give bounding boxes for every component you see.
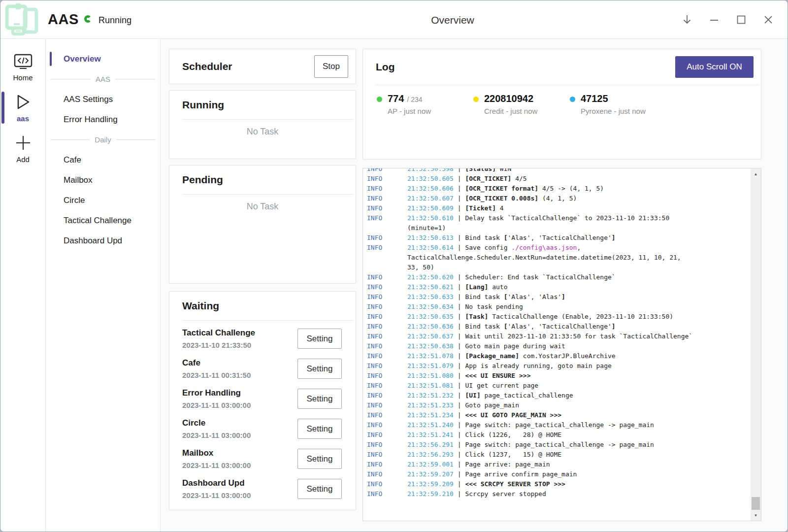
sidebar-item-cafe[interactable]: Cafe: [46, 150, 160, 170]
log-line: INFO21:32:50.634 | No task pending: [367, 302, 750, 312]
log-message: 21:32:51.240 | Page switch: page_tactica…: [407, 420, 747, 430]
scrollbar-thumb[interactable]: [752, 497, 760, 510]
resource-stat: 220810942Credit - just now: [473, 93, 570, 115]
log-scroll-area[interactable]: INFO21:32:50.598 | [Status] WININFO21:32…: [363, 168, 750, 521]
log-line: INFO21:32:51.232 | [UI] page_tactical_ch…: [367, 391, 750, 400]
running-empty-text: No Task: [169, 120, 356, 137]
app-window: AAS Running Overview: [0, 0, 788, 532]
left-rail: HomeaasAdd: [0, 39, 46, 532]
auto-scroll-toggle[interactable]: Auto Scroll ON: [675, 56, 754, 78]
log-message: 21:32:59.209 | <<< SCRCPY SERVER STOP >>…: [407, 479, 747, 489]
log-line: INFO21:32:50.636 | Bind task ['Alas', 'T…: [367, 322, 750, 332]
sidebar-item-label: Error Handling: [64, 115, 118, 125]
setting-button[interactable]: Setting: [297, 449, 342, 469]
log-timestamp: 21:32:59.001: [407, 461, 454, 468]
rail-item-add[interactable]: Add: [0, 129, 45, 169]
log-message: 21:32:50.607 | [OCR_TICKET 0.008s] (4, 1…: [407, 194, 747, 203]
rail-item-aas[interactable]: aas: [0, 88, 45, 129]
log-message: 21:32:51.233 | Goto page_main: [407, 400, 747, 410]
setting-button[interactable]: Setting: [297, 419, 342, 439]
log-separator: |: [454, 214, 465, 222]
log-line: INFO21:32:56.293 | Click (1237, 15) @ HO…: [367, 450, 750, 460]
log-level: INFO: [367, 479, 407, 489]
log-message: 21:32:50.633 | Bind task ['Alas', 'Alas'…: [407, 292, 747, 302]
log-line: INFO21:32:50.633 | Bind task ['Alas', 'A…: [367, 292, 750, 302]
log-timestamp: 21:32:51.233: [407, 401, 454, 409]
log-line: INFO21:32:50.598 | [Status] WIN: [367, 168, 750, 174]
log-timestamp: 21:32:50.613: [407, 234, 454, 241]
log-level: INFO: [367, 381, 407, 391]
log-separator: |: [454, 362, 465, 369]
log-separator: |: [454, 234, 465, 241]
sidebar-section-label: Daily: [95, 135, 111, 144]
waiting-task-time: 2023-11-11 03:00:00: [182, 491, 251, 499]
log-message: 21:32:56.293 | Click (1237, 15) @ HOME: [407, 450, 747, 460]
sidebar-item-aas-settings[interactable]: AAS Settings: [46, 89, 160, 109]
log-separator: |: [454, 332, 465, 340]
close-button[interactable]: [761, 12, 776, 27]
stat-value-row: 47125: [581, 93, 646, 104]
window-controls: [680, 0, 776, 39]
log-level: INFO: [367, 292, 407, 302]
log-message: 21:32:50.614 | Save config ./config\aas.…: [407, 243, 747, 272]
log-separator: |: [454, 470, 465, 478]
resource-stat: 47125Pyroxene - just now: [570, 93, 666, 115]
scroll-down-arrow-icon[interactable]: ▼: [751, 511, 761, 520]
resource-stat: 774/ 234AP - just now: [377, 93, 473, 115]
main-content: Scheduler Stop Running No Task Pending: [161, 39, 788, 532]
rail-item-home[interactable]: Home: [0, 49, 45, 88]
log-message: 21:32:50.634 | No task pending: [407, 302, 747, 312]
setting-button[interactable]: Setting: [297, 389, 342, 409]
log-message: 21:32:50.609 | [Ticket] 4: [407, 203, 747, 213]
setting-button[interactable]: Setting: [297, 359, 342, 379]
stop-button[interactable]: Stop: [314, 55, 348, 78]
sidebar-item-label: Cafe: [64, 155, 81, 165]
stat-body: 220810942Credit - just now: [484, 93, 537, 115]
waiting-task-info: Dashboard Upd2023-11-11 03:00:00: [182, 478, 251, 499]
log-separator: |: [454, 293, 465, 300]
minimize-button[interactable]: [707, 12, 722, 27]
scroll-up-arrow-icon[interactable]: ▲: [751, 169, 761, 178]
log-line: INFO21:32:59.210 | Scrcpy server stopped: [367, 489, 750, 499]
log-level: INFO: [367, 322, 407, 332]
sidebar-item-dashboard-upd[interactable]: Dashboard Upd: [46, 231, 160, 251]
sidebar-item-label: Circle: [64, 196, 85, 205]
log-level: INFO: [367, 361, 407, 371]
log-separator: |: [454, 392, 465, 399]
sidebar-item-error-handling[interactable]: Error Handling: [46, 109, 160, 130]
setting-button[interactable]: Setting: [297, 479, 342, 499]
log-message: 21:32:59.001 | Page arrive: page_main: [407, 460, 747, 469]
sidebar-item-circle[interactable]: Circle: [46, 190, 160, 210]
log-message: 21:32:51.241 | Click (1226, 28) @ HOME: [407, 430, 747, 440]
log-separator: |: [454, 185, 465, 192]
log-timestamp: 21:32:50.621: [407, 283, 454, 291]
log-timestamp: 21:32:50.637: [407, 332, 454, 340]
sidebar-item-mailbox[interactable]: Mailbox: [46, 170, 160, 190]
sidebar-item-overview[interactable]: Overview: [46, 49, 160, 69]
log-level: INFO: [367, 341, 407, 351]
maximize-button[interactable]: [734, 12, 749, 27]
log-separator: |: [454, 175, 465, 182]
code-monitor-icon: [13, 54, 33, 70]
app-logo-icon: [5, 3, 39, 36]
sidebar-item-tactical-challenge[interactable]: Tactical Challenge: [46, 210, 160, 231]
rail-item-label: aas: [17, 114, 29, 123]
stat-value-row: 220810942: [484, 93, 537, 104]
log-scrollbar[interactable]: ▲ ▼: [751, 168, 761, 521]
log-level: INFO: [367, 460, 407, 469]
waiting-title: Waiting: [182, 300, 219, 312]
log-timestamp: 21:32:51.240: [407, 421, 454, 429]
log-timestamp: 21:32:59.207: [407, 470, 454, 478]
log-line: INFO21:32:50.620 | Scheduler: End task `…: [367, 272, 750, 282]
download-update-button[interactable]: [680, 12, 694, 27]
log-timestamp: 21:32:56.291: [407, 441, 454, 448]
log-timestamp: 21:32:50.633: [407, 293, 454, 300]
log-message: 21:32:50.613 | Bind task ['Alas', 'Tacti…: [407, 233, 747, 243]
setting-button[interactable]: Setting: [297, 329, 342, 349]
log-level: INFO: [367, 450, 407, 460]
waiting-task-time: 2023-11-11 03:00:00: [182, 461, 251, 469]
title-bar: AAS Running Overview: [0, 0, 788, 39]
log-level: INFO: [367, 440, 407, 450]
log-line: INFO21:32:59.207 | Page arrive confirm p…: [367, 469, 750, 479]
log-line: INFO21:32:50.610 | Delay task `TacticalC…: [367, 213, 750, 233]
